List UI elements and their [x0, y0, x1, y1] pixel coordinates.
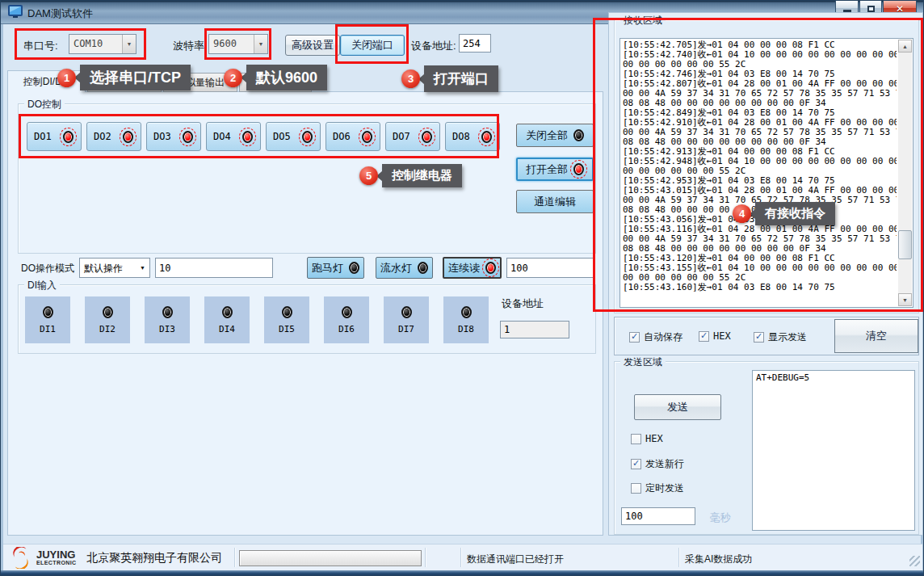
- di1-label: DI1: [40, 324, 56, 334]
- annotation-step-4: 4 有接收指令: [733, 202, 835, 225]
- step-1-badge: 1: [57, 69, 76, 87]
- marquee-label: 跑马灯: [312, 261, 343, 275]
- annotation-step-2: 2 默认9600: [224, 65, 327, 90]
- maximize-icon: [867, 6, 875, 12]
- send-group-label: 发送区域: [620, 355, 666, 369]
- do-count-input[interactable]: [506, 258, 595, 278]
- open-all-label: 打开全部: [526, 162, 568, 177]
- di-device-address-input[interactable]: [500, 321, 569, 338]
- led-off-icon: [162, 306, 173, 318]
- di6-indicator: DI6: [324, 296, 369, 343]
- led-off-icon: [222, 306, 233, 318]
- timed-send-checkbox[interactable]: 定时发送: [631, 481, 684, 495]
- di4-label: DI4: [219, 324, 235, 334]
- send-button[interactable]: 发送: [634, 394, 721, 420]
- chevron-down-icon[interactable]: ▼: [136, 259, 149, 277]
- continuous-read-button[interactable]: 连续读: [443, 257, 502, 279]
- ms-unit-label: 毫秒: [710, 511, 731, 525]
- channel-edit-button[interactable]: 通道编辑: [516, 190, 594, 213]
- di6-label: DI6: [338, 324, 355, 334]
- send-interval-input[interactable]: [621, 507, 695, 525]
- checkbox-checked-icon: [699, 331, 709, 342]
- led-on-icon: [485, 262, 496, 274]
- send-newline-checkbox[interactable]: 发送新行: [631, 457, 684, 471]
- close-all-label: 关闭全部: [526, 128, 568, 143]
- step-2-tooltip: 默认9600: [246, 65, 327, 90]
- led-off-icon: [342, 306, 352, 318]
- di8-indicator: DI8: [443, 296, 489, 343]
- resize-grip[interactable]: [909, 556, 920, 566]
- annotation-rect-receive: [593, 18, 923, 312]
- send-content-textarea[interactable]: AT+DEBUG=5: [752, 370, 915, 531]
- do-group-label: DO控制: [24, 98, 65, 111]
- baud-label: 波特率: [173, 39, 204, 53]
- led-off-icon: [418, 262, 428, 274]
- led-off-icon: [401, 306, 412, 318]
- step-1-tooltip: 选择串口/TCP: [80, 65, 191, 90]
- di-input-group: DI输入 DI1 DI2 DI3 DI4 DI5 DI6 DI7 DI8 设备地…: [18, 284, 596, 354]
- device-address-label: 设备地址:: [411, 39, 456, 53]
- app-icon: [8, 5, 23, 21]
- di7-label: DI7: [398, 324, 414, 334]
- show-send-label: 显示发送: [768, 330, 807, 344]
- annotation-step-3: 3 打开端口: [401, 65, 498, 92]
- step-3-badge: 3: [401, 69, 420, 88]
- flow-light-button[interactable]: 流水灯: [376, 257, 433, 279]
- led-on-icon: [573, 163, 584, 175]
- send-hex-label: HEX: [645, 433, 663, 444]
- step-2-badge: 2: [224, 69, 242, 87]
- step-4-badge: 4: [733, 204, 751, 223]
- brand-subtitle: ELECTRONIC: [36, 560, 77, 565]
- annotation-rect-baud: [204, 28, 271, 60]
- di3-label: DI3: [159, 324, 175, 334]
- brand-name: JUYING: [36, 549, 75, 561]
- annotation-step-1: 1 选择串口/TCP: [57, 65, 191, 90]
- close-all-button[interactable]: 关闭全部: [516, 124, 594, 147]
- checkbox-checked-icon: [631, 459, 641, 469]
- do-interval-input[interactable]: [155, 258, 273, 278]
- di-device-address-label: 设备地址: [502, 296, 544, 311]
- marquee-light-button[interactable]: 跑马灯: [307, 257, 364, 279]
- annotation-rect-port: [15, 28, 146, 60]
- advanced-settings-button[interactable]: 高级设置: [285, 35, 340, 56]
- autosave-label: 自动保存: [644, 330, 682, 344]
- progress-bar: [239, 550, 422, 566]
- checkbox-unchecked-icon: [631, 483, 641, 494]
- do-mode-value: 默认操作: [80, 259, 136, 277]
- led-off-icon: [349, 262, 359, 274]
- window-bottom-border: [1, 570, 923, 576]
- di-group-label: DI输入: [24, 279, 60, 292]
- receive-options-bar: 自动保存 HEX 显示发送 清空: [614, 317, 919, 355]
- open-all-button[interactable]: 打开全部: [516, 158, 594, 181]
- led-off-icon: [573, 129, 584, 141]
- do-mode-select[interactable]: 默认操作 ▼: [79, 258, 150, 278]
- led-off-icon: [43, 306, 53, 318]
- di4-indicator: DI4: [204, 296, 250, 343]
- led-off-icon: [282, 306, 292, 318]
- status-bar: JUYING ELECTRONIC 北京聚英翱翔电子有限公司 数据通讯端口已经打…: [3, 544, 922, 570]
- di2-indicator: DI2: [85, 296, 130, 343]
- checkbox-checked-icon: [754, 332, 764, 343]
- do-mode-label: DO操作模式: [21, 262, 74, 275]
- send-hex-checkbox[interactable]: HEX: [631, 433, 663, 444]
- di8-label: DI8: [458, 324, 474, 334]
- annotation-step-5: 5 控制继电器: [359, 164, 462, 187]
- annotation-rect-port-toggle: [335, 24, 409, 64]
- autosave-checkbox[interactable]: 自动保存: [629, 330, 682, 344]
- company-name: 北京聚英翱翔电子有限公司: [86, 551, 222, 565]
- step-5-badge: 5: [359, 166, 378, 185]
- app-window: DAM测试软件 ✕ 串口号: COM10 ▼ 波特率 9600 ▼ 高级设置 关…: [0, 0, 924, 576]
- checkbox-checked-icon: [629, 332, 640, 343]
- device-address-input[interactable]: [459, 34, 491, 53]
- clear-button[interactable]: 清空: [834, 319, 918, 353]
- send-newline-label: 发送新行: [645, 457, 684, 471]
- show-send-checkbox[interactable]: 显示发送: [754, 330, 807, 344]
- step-4-tooltip: 有接收指令: [755, 202, 835, 225]
- led-off-icon: [461, 306, 472, 318]
- continuous-label: 连续读: [448, 261, 480, 275]
- di1-indicator: DI1: [25, 296, 70, 343]
- timed-send-label: 定时发送: [645, 481, 684, 495]
- annotation-rect-do-row: [19, 114, 499, 158]
- hex-display-checkbox[interactable]: HEX: [699, 330, 731, 342]
- send-area-group: 发送区域 AT+DEBUG=5 发送 HEX 发送新行 定时发送 毫秒: [614, 361, 919, 535]
